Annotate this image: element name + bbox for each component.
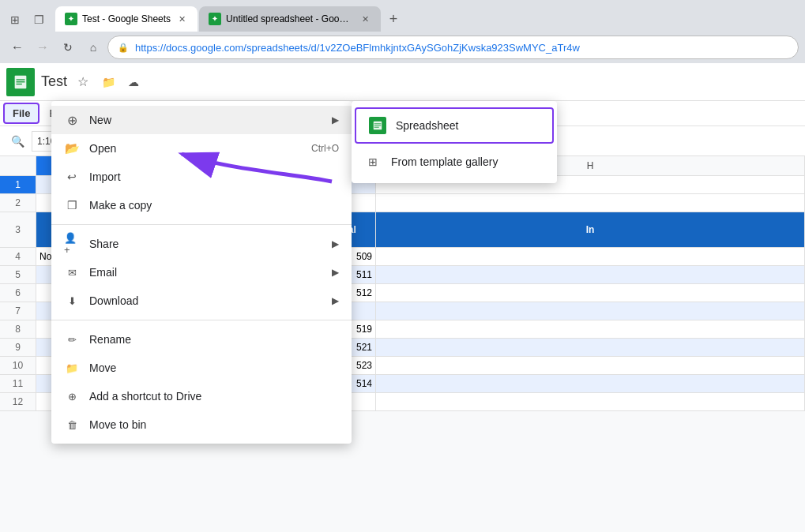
svg-rect-6: [374, 126, 382, 126]
cell-h8[interactable]: [376, 320, 805, 338]
new-submenu: Spreadsheet ⊞ From template gallery: [352, 101, 557, 183]
file-menu-move[interactable]: 📁 Move: [51, 354, 352, 382]
file-menu-rename[interactable]: ✏ Rename: [51, 325, 352, 354]
app-title: Test: [41, 73, 67, 90]
spreadsheet-label: Spreadsheet: [396, 119, 458, 132]
home-button[interactable]: ⌂: [82, 36, 104, 58]
template-icon: ⊞: [364, 153, 382, 170]
file-menu-open[interactable]: 📂 Open Ctrl+O: [51, 134, 352, 163]
row-num-6[interactable]: 6: [0, 284, 36, 302]
tab-icon-sheets: ✦: [65, 13, 77, 25]
app-header: Test ☆ 📁 ☁: [0, 63, 805, 101]
copy-label: Make a copy: [89, 199, 339, 212]
import-label: Import: [89, 170, 339, 183]
tab-close-2[interactable]: ✕: [359, 13, 371, 25]
window-grid-icon[interactable]: ⊞: [6, 11, 24, 28]
menu-divider-1: [51, 224, 352, 225]
cell-h10[interactable]: [376, 357, 805, 374]
svg-rect-1: [17, 79, 25, 80]
file-menu-shortcut[interactable]: ⊕ Add a shortcut to Drive: [51, 382, 352, 410]
row-num-11[interactable]: 11: [0, 375, 36, 392]
email-arrow: ▶: [332, 267, 339, 278]
header-cloud-icon[interactable]: ☁: [124, 73, 143, 92]
tab-icon-sheets-2: ✦: [209, 13, 221, 25]
cell-h4[interactable]: [376, 248, 805, 265]
new-label: New: [89, 114, 322, 126]
address-bar-row: ← → ↻ ⌂ 🔒 https://docs.google.com/spread…: [0, 32, 805, 63]
new-arrow-icon: ▶: [332, 114, 339, 126]
app-logo: [6, 68, 35, 96]
open-shortcut: Ctrl+O: [311, 143, 339, 154]
submenu-spreadsheet[interactable]: Spreadsheet: [355, 107, 554, 144]
tab-untitled-sheets[interactable]: ✦ Untitled spreadsheet - Google Sh ✕: [199, 6, 381, 32]
back-button[interactable]: ←: [6, 36, 28, 58]
menu-item-file[interactable]: File: [3, 103, 39, 124]
file-menu-download[interactable]: ⬇ Download ▶: [51, 287, 352, 315]
header-star-icon[interactable]: ☆: [73, 73, 92, 92]
row-num-4[interactable]: 4: [0, 248, 36, 265]
tab-bar: ⊞ ❐ ✦ Test - Google Sheets ✕ ✦ Untitled …: [0, 0, 805, 32]
browser-chrome: ⊞ ❐ ✦ Test - Google Sheets ✕ ✦ Untitled …: [0, 0, 805, 63]
file-menu-copy[interactable]: ❐ Make a copy: [51, 191, 352, 219]
row-num-8[interactable]: 8: [0, 320, 36, 338]
cell-h2[interactable]: [376, 194, 805, 212]
file-menu-trash[interactable]: 🗑 Move to bin: [51, 410, 352, 439]
cell-h12[interactable]: [376, 393, 805, 410]
cell-h3-header[interactable]: In: [376, 212, 805, 247]
file-menu-dropdown: ⊕ New ▶ 📂 Open Ctrl+O ↩ Import ❐ Make a …: [51, 101, 352, 444]
template-label: From template gallery: [391, 155, 498, 168]
download-label: Download: [89, 294, 322, 307]
trash-label: Move to bin: [89, 418, 339, 431]
submenu-template[interactable]: ⊞ From template gallery: [352, 145, 557, 178]
rename-icon: ✏: [64, 332, 80, 347]
toolbar-search-btn[interactable]: 🔍: [6, 130, 28, 152]
row-num-2[interactable]: 2: [0, 194, 36, 212]
file-menu-import[interactable]: ↩ Import: [51, 163, 352, 191]
row-num-5[interactable]: 5: [0, 266, 36, 283]
copy-icon: ❐: [64, 197, 80, 213]
svg-rect-7: [374, 127, 379, 128]
svg-rect-5: [374, 123, 382, 124]
row-num-7[interactable]: 7: [0, 302, 36, 320]
row-num-1[interactable]: 1: [0, 176, 36, 193]
file-menu-share[interactable]: 👤+ Share ▶: [51, 230, 352, 258]
import-icon: ↩: [64, 169, 80, 185]
open-icon: 📂: [64, 140, 80, 156]
window-layers-icon[interactable]: ❐: [30, 11, 47, 28]
header-move-icon[interactable]: 📁: [99, 73, 118, 92]
email-icon: ✉: [64, 264, 80, 280]
svg-rect-2: [17, 81, 25, 82]
row-num-3[interactable]: 3: [0, 212, 36, 247]
lock-icon: 🔒: [118, 43, 129, 53]
open-label: Open: [89, 142, 302, 155]
svg-rect-3: [17, 83, 22, 84]
refresh-button[interactable]: ↻: [57, 36, 79, 58]
new-tab-button[interactable]: +: [382, 8, 404, 30]
shortcut-icon: ⊕: [64, 388, 80, 404]
cell-h5[interactable]: [376, 266, 805, 283]
address-text: https://docs.google.com/spreadsheets/d/1…: [135, 42, 788, 54]
row-num-header-corner: [0, 156, 36, 175]
file-menu-email[interactable]: ✉ Email ▶: [51, 258, 352, 287]
download-icon: ⬇: [64, 293, 80, 309]
cell-h6[interactable]: [376, 284, 805, 302]
move-icon: 📁: [64, 360, 80, 376]
tab-close-1[interactable]: ✕: [175, 13, 188, 25]
row-num-10[interactable]: 10: [0, 357, 36, 374]
cell-h7[interactable]: [376, 302, 805, 320]
share-icon: 👤+: [64, 236, 80, 252]
tab-test-sheets[interactable]: ✦ Test - Google Sheets ✕: [55, 6, 197, 32]
share-arrow: ▶: [332, 238, 339, 249]
row-num-12[interactable]: 12: [0, 393, 36, 410]
cell-h11[interactable]: [376, 375, 805, 392]
address-bar[interactable]: 🔒 https://docs.google.com/spreadsheets/d…: [107, 36, 799, 59]
download-arrow: ▶: [332, 295, 339, 306]
file-menu-new[interactable]: ⊕ New ▶: [51, 106, 352, 134]
menu-divider-2: [51, 320, 352, 320]
tab-title-2: Untitled spreadsheet - Google Sh: [226, 13, 354, 24]
row-num-9[interactable]: 9: [0, 339, 36, 356]
email-label: Email: [89, 266, 322, 279]
cell-h9[interactable]: [376, 339, 805, 356]
share-label: Share: [89, 238, 322, 250]
forward-button[interactable]: →: [32, 36, 54, 58]
